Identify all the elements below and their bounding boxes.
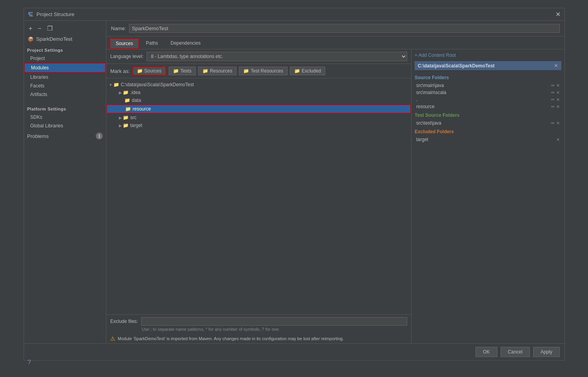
mark-tests-button[interactable]: 📁 Tests	[169, 67, 196, 75]
excluded-folder-remove-0[interactable]: ✕	[556, 137, 560, 142]
project-settings-section: Project Settings	[24, 44, 106, 54]
test-resources-folder-icon: 📁	[243, 68, 249, 74]
source-folders-title: Source Folders	[415, 74, 561, 81]
warning-bar: ⚠ Module 'SparkDemoTest' is imported fro…	[106, 334, 411, 343]
copy-module-button[interactable]: ❐	[46, 25, 54, 33]
source-folder-path-2: .	[416, 97, 551, 102]
exclude-input[interactable]	[141, 317, 407, 326]
resource-folder-icon: 📁	[125, 106, 131, 112]
target-folder-icon: 📁	[123, 123, 129, 128]
language-level-label: Language level:	[110, 54, 144, 59]
test-folder-entry-0: src\test\java ✏ ✕	[415, 120, 561, 127]
module-item-sparkdemotest[interactable]: 📦 SparkDemoTest	[24, 34, 106, 44]
idea-expand-arrow[interactable]: ▶	[119, 91, 122, 95]
name-label: Name:	[111, 25, 126, 31]
tree-node-src[interactable]: ▶ 📁 src	[106, 114, 411, 121]
sidebar-item-project[interactable]: Project	[24, 54, 106, 63]
root-path: C:\data\java\Scala\SparkDemoTest	[121, 82, 194, 87]
idea-label: .idea	[130, 90, 140, 95]
tree-node-data[interactable]: 📁 data	[106, 96, 411, 104]
source-folder-entry-1: src\main\scala ✏ ✕	[415, 89, 561, 96]
tree-node-resource[interactable]: 📁 resource	[106, 104, 411, 114]
source-folder-entry-2: . ✏ ✕	[415, 96, 561, 103]
sidebar-toolbar: + − ❐	[24, 23, 106, 34]
mark-sources-button[interactable]: 📁 Sources	[132, 66, 166, 76]
root-folder-icon: 📁	[113, 82, 119, 87]
content-area: Language level: 8 - Lambdas, type annota…	[106, 49, 564, 343]
source-folder-path-3: resource	[416, 104, 551, 109]
problems-label: Problems	[27, 133, 49, 139]
close-button[interactable]: ✕	[555, 11, 561, 18]
apply-button[interactable]: Apply	[533, 347, 560, 357]
content-root-path: C:\data\java\Scala\SparkDemoTest	[418, 63, 495, 69]
sidebar-item-libraries[interactable]: Libraries	[24, 73, 106, 82]
source-folder-remove-3[interactable]: ✕	[556, 104, 560, 109]
sidebar-item-global-libraries[interactable]: Global Libraries	[24, 121, 106, 130]
mark-as-label: Mark as:	[110, 68, 130, 74]
remove-module-button[interactable]: −	[36, 25, 43, 33]
source-folder-edit-1[interactable]: ✏	[551, 90, 555, 95]
source-folder-path-0: src\main\java	[416, 83, 551, 88]
name-bar: Name:	[106, 21, 564, 36]
target-expand-arrow[interactable]: ▶	[119, 123, 122, 128]
mark-resources-button[interactable]: 📁 Resources	[198, 67, 237, 75]
mark-test-resources-button[interactable]: 📁 Test Resources	[239, 67, 288, 75]
resources-folder-icon: 📁	[202, 68, 208, 74]
root-expand-arrow[interactable]: ▼	[109, 83, 113, 87]
target-label: target	[130, 123, 142, 128]
source-folder-path-1: src\main\scala	[416, 90, 551, 95]
resource-label: resource	[133, 106, 151, 112]
excluded-folder-icon: 📁	[294, 68, 300, 74]
tests-folder-icon: 📁	[173, 68, 179, 74]
module-name: SparkDemoTest	[36, 36, 72, 42]
warning-icon: ⚠	[110, 335, 115, 342]
sidebar-item-modules[interactable]: Modules	[24, 63, 106, 73]
exclude-bar: Exclude files: Use ; to separate name pa…	[106, 314, 411, 334]
src-expand-arrow[interactable]: ▶	[119, 116, 122, 120]
content-root-close-button[interactable]: ✕	[554, 63, 558, 69]
dialog-title: Project Structure	[36, 11, 75, 17]
platform-settings-section: Platform Settings	[24, 103, 106, 113]
tab-dependencies[interactable]: Dependencies	[165, 38, 207, 49]
source-folder-edit-0[interactable]: ✏	[551, 83, 555, 88]
tree-root[interactable]: ▼ 📁 C:\data\java\Scala\SparkDemoTest	[106, 81, 411, 89]
test-folder-edit-0[interactable]: ✏	[551, 121, 555, 126]
main-content: Name: Sources Paths Dependencies	[106, 21, 564, 343]
right-panel: + Add Content Root C:\data\java\Scala\Sp…	[411, 49, 564, 343]
problems-row[interactable]: Problems 1	[24, 130, 106, 142]
source-folder-remove-0[interactable]: ✕	[556, 83, 560, 88]
source-folder-remove-1[interactable]: ✕	[556, 90, 560, 95]
title-bar: 🏗 Project Structure ✕	[24, 8, 564, 21]
sidebar-item-facets[interactable]: Facets	[24, 82, 106, 90]
test-folder-remove-0[interactable]: ✕	[556, 121, 560, 126]
source-folder-edit-3[interactable]: ✏	[551, 104, 555, 109]
mark-excluded-button[interactable]: 📁 Excluded	[290, 67, 325, 75]
sidebar-item-artifacts[interactable]: Artifacts	[24, 90, 106, 99]
source-folder-remove-2[interactable]: ✕	[556, 97, 560, 102]
add-content-root-button[interactable]: + Add Content Root	[415, 53, 561, 58]
name-input[interactable]	[129, 24, 560, 33]
ok-button[interactable]: OK	[475, 347, 497, 357]
exclude-hint: Use ; to separate name patterns, * for a…	[110, 327, 407, 332]
source-folder-edit-2[interactable]: ✏	[551, 97, 555, 102]
content-root-header: C:\data\java\Scala\SparkDemoTest ✕	[415, 61, 561, 70]
help-icon[interactable]: ?	[27, 359, 31, 366]
add-module-button[interactable]: +	[27, 25, 34, 33]
test-folder-path-0: src\test\java	[416, 120, 551, 126]
tabs-bar: Sources Paths Dependencies	[106, 36, 564, 49]
problems-badge: 1	[96, 132, 103, 140]
cancel-button[interactable]: Cancel	[501, 347, 530, 357]
tree-node-idea[interactable]: ▶ 📁 .idea	[106, 89, 411, 96]
excluded-folder-path-0: target	[416, 137, 556, 142]
data-label: data	[132, 98, 141, 103]
tab-paths[interactable]: Paths	[140, 38, 164, 49]
mark-as-bar: Mark as: 📁 Sources 📁 Tests 📁 Resources	[106, 64, 411, 78]
sidebar-item-sdks[interactable]: SDKs	[24, 113, 106, 121]
language-level-select[interactable]: 8 - Lambdas, type annotations etc.	[147, 52, 407, 61]
module-icon: 📦	[28, 36, 34, 42]
tab-sources[interactable]: Sources	[109, 38, 139, 49]
tree-node-target[interactable]: ▶ 📁 target	[106, 121, 411, 129]
excluded-folders-title: Excluded Folders	[415, 128, 561, 135]
excluded-folder-entry-0: target ✕	[415, 136, 561, 143]
sidebar: + − ❐ 📦 SparkDemoTest Project Settings P…	[24, 21, 106, 343]
